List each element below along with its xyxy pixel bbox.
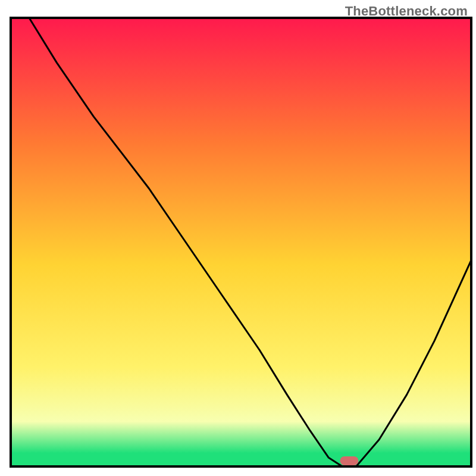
chart-svg (0, 0, 476, 476)
watermark-label: TheBottleneck.com (345, 4, 468, 19)
chart-gradient-background (11, 18, 471, 466)
sweet-spot-marker (340, 456, 358, 465)
chart-container: TheBottleneck.com (0, 0, 476, 476)
